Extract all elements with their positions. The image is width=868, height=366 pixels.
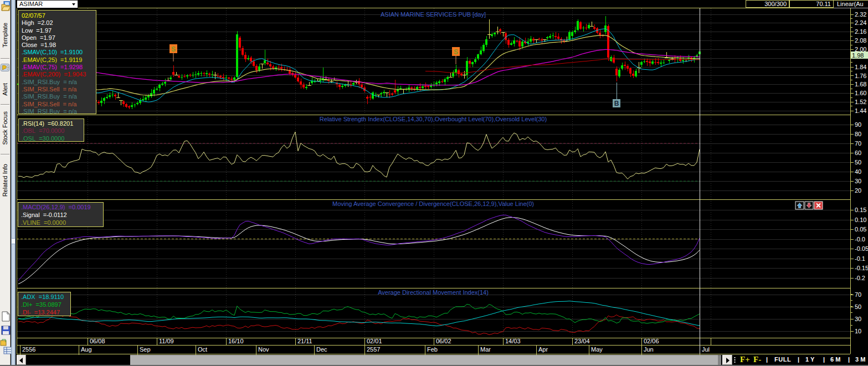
svg-text:1.44: 1.44 [855,107,866,114]
svg-text:40: 40 [855,168,861,175]
svg-text:2.16: 2.16 [855,28,866,35]
svg-text:B: B [614,100,619,107]
svg-text:Moving Average Convergence / D: Moving Average Convergence / Divergence(… [332,200,534,207]
svg-text:1.68: 1.68 [855,81,866,87]
svg-text:70: 70 [855,291,861,298]
svg-text:-0.05: -0.05 [855,245,868,252]
svg-text:30: 30 [855,178,861,184]
svg-text:2.32: 2.32 [855,11,866,18]
svg-text:-0.0: -0.0 [855,236,865,243]
svg-text:60: 60 [855,150,861,156]
svg-text:80: 80 [855,131,861,137]
svg-text:-0.15: -0.15 [855,265,868,271]
svg-text:1.76: 1.76 [855,73,866,79]
svg-text:20: 20 [855,187,861,194]
svg-text:1.52: 1.52 [855,99,866,105]
svg-text:1.60: 1.60 [855,90,866,96]
svg-text:-0.1: -0.1 [855,255,865,262]
svg-text:2.08: 2.08 [855,37,866,44]
svg-text:50: 50 [855,303,861,310]
svg-text:S: S [454,48,458,56]
svg-text:30: 30 [855,316,861,322]
svg-text:10: 10 [855,328,861,334]
svg-text:0.10: 0.10 [855,216,866,223]
svg-text:Relative Strength Index(CLOSE,: Relative Strength Index(CLOSE,14,30,70),… [320,116,547,122]
svg-text:2.24: 2.24 [855,19,866,26]
svg-text:70: 70 [855,140,861,147]
svg-text:-0.2: -0.2 [855,275,865,281]
svg-text:ASIAN MARINE SERVICES PUB [day: ASIAN MARINE SERVICES PUB [day] [381,11,486,18]
svg-text:0.05: 0.05 [855,226,866,233]
svg-text:1.84: 1.84 [855,64,866,70]
svg-text:90: 90 [855,121,861,128]
svg-text:50: 50 [855,159,861,166]
svg-text:0.15: 0.15 [855,207,866,213]
svg-text:1.98: 1.98 [852,52,864,59]
svg-text:Average Directional Movement I: Average Directional Movement Index(14) [378,289,489,296]
svg-text:S: S [171,45,176,53]
